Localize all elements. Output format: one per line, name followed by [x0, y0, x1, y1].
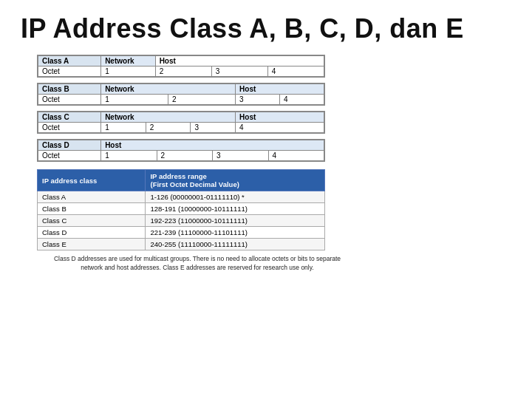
class-b-label: Class B: [38, 84, 101, 95]
class-d-label: Class D: [38, 140, 101, 151]
class-d-octet-3: 3: [213, 151, 268, 161]
class-c-network: Network: [101, 112, 236, 123]
class-d-octet-1: 1: [101, 151, 157, 161]
ip-range-header-class: IP address class: [38, 170, 146, 191]
class-c-range-class: Class C: [38, 215, 146, 227]
class-d-host: Host: [101, 140, 324, 151]
class-a-range-value: 1-126 (00000001-01111110) *: [146, 191, 325, 203]
class-c-octet-label: Octet: [38, 123, 101, 133]
class-b-octet-label: Octet: [38, 95, 101, 105]
table-row: Class C 192-223 (11000000-10111111): [38, 215, 325, 227]
class-d-range-value: 221-239 (11100000-11101111): [146, 227, 325, 239]
ip-range-header-range: IP address range(First Octet Decimal Val…: [146, 170, 325, 191]
class-a-octet-3: 3: [211, 66, 267, 77]
class-a-octet-4: 4: [267, 66, 324, 77]
diagrams-area: Class A Network Host Octet 1 2 3 4 Class…: [21, 55, 511, 162]
class-c-octet-4: 4: [236, 123, 324, 133]
class-c-host: Host: [236, 112, 324, 123]
class-a-range-class: Class A: [38, 191, 146, 203]
class-c-octet-2: 2: [146, 123, 191, 133]
note-text: Class D addresses are used for multicast…: [53, 255, 341, 273]
page: IP Address Class A, B, C, D, dan E Class…: [0, 0, 532, 399]
class-b-host: Host: [236, 84, 324, 95]
class-e-range-value: 240-255 (11110000-11111111): [146, 239, 325, 250]
class-d-octet-2: 2: [157, 151, 212, 161]
class-c-label: Class C: [38, 112, 101, 123]
class-b-range-class: Class B: [38, 203, 146, 215]
table-row: Class D 221-239 (11100000-11101111): [38, 227, 325, 239]
class-c-octet-3: 3: [191, 123, 236, 133]
class-c-octet-1: 1: [101, 123, 146, 133]
class-a-label: Class A: [38, 56, 101, 66]
class-b-diagram: Class B Network Host Octet 1 2 3 4: [37, 83, 325, 106]
class-a-octet-2: 2: [155, 66, 211, 77]
class-b-range-value: 128-191 (10000000-10111111): [146, 203, 325, 215]
bottom-section: IP address class IP address range(First …: [37, 169, 325, 273]
page-title: IP Address Class A, B, C, D, dan E: [21, 13, 511, 44]
class-a-octet-label: Octet: [38, 66, 101, 77]
class-a-network: Network: [101, 56, 156, 66]
class-c-range-value: 192-223 (11000000-10111111): [146, 215, 325, 227]
class-b-octet-1: 1: [101, 95, 168, 105]
class-d-octet-label: Octet: [38, 151, 101, 161]
class-b-octet-3: 3: [236, 95, 280, 105]
class-e-range-class: Class E: [38, 239, 146, 250]
table-row: Class E 240-255 (11110000-11111111): [38, 239, 325, 250]
class-d-range-class: Class D: [38, 227, 146, 239]
class-b-network: Network: [101, 84, 236, 95]
ip-range-table: IP address class IP address range(First …: [37, 169, 325, 250]
class-b-octet-4: 4: [280, 95, 324, 105]
class-c-diagram: Class C Network Host Octet 1 2 3 4: [37, 111, 325, 134]
class-a-host: Host: [155, 56, 324, 66]
table-row: Class B 128-191 (10000000-10111111): [38, 203, 325, 215]
class-d-diagram: Class D Host Octet 1 2 3 4: [37, 139, 325, 162]
class-b-octet-2: 2: [168, 95, 236, 105]
table-row: Class A 1-126 (00000001-01111110) *: [38, 191, 325, 203]
class-d-octet-4: 4: [268, 151, 324, 161]
class-a-diagram: Class A Network Host Octet 1 2 3 4: [37, 55, 325, 78]
class-a-octet-1: 1: [101, 66, 156, 77]
